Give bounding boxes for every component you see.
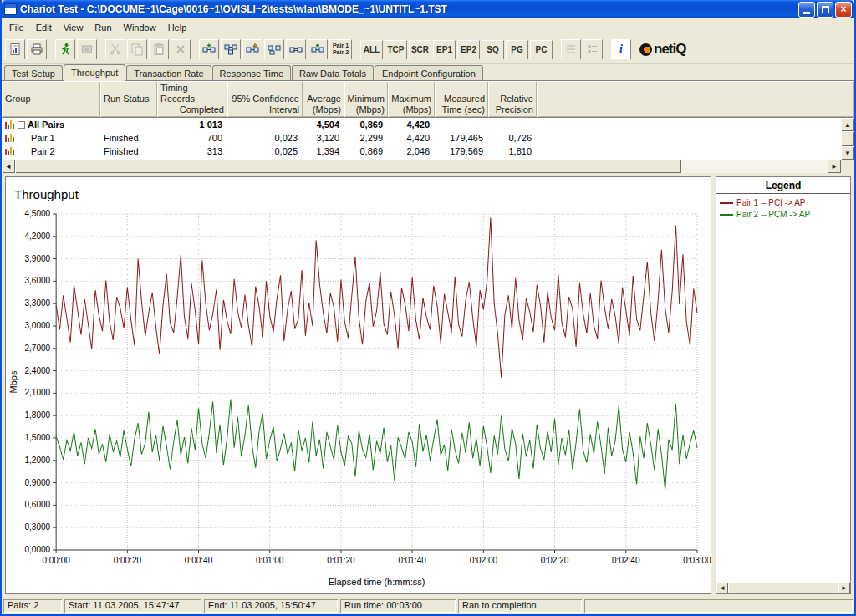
- table-vertical-scrollbar[interactable]: ▲ ▼: [841, 118, 854, 160]
- svg-text:1,8000: 1,8000: [24, 410, 50, 420]
- connect-endpoints-button[interactable]: [308, 39, 328, 59]
- duplicate-pair-icon: [268, 43, 281, 56]
- tab-bar: Test Setup Throughput Transaction Rate R…: [2, 64, 854, 81]
- legend-label: Pair 1 -- PCI -> AP: [736, 198, 806, 207]
- maximize-icon: [822, 6, 829, 13]
- stop-test-button[interactable]: [77, 39, 97, 59]
- list-view-icon: [564, 43, 578, 56]
- list-view-button[interactable]: [561, 39, 581, 59]
- menu-view[interactable]: View: [58, 20, 89, 35]
- svg-text:0:01:00: 0:01:00: [256, 556, 284, 565]
- scrollbar-thumb[interactable]: [15, 160, 681, 173]
- view-button-ep2[interactable]: EP2: [457, 40, 480, 59]
- run-test-button[interactable]: [55, 39, 75, 59]
- minimum-cell: 0,869: [344, 118, 388, 131]
- cut-icon: [109, 43, 122, 56]
- status-end-time: End: 11.03.2005, 15:50:47: [204, 599, 338, 613]
- scroll-left-icon[interactable]: ◄: [2, 160, 15, 173]
- throughput-chart: 0,00000,30000,60000,90001,20001,50001,80…: [6, 177, 711, 593]
- add-group-button[interactable]: [221, 39, 241, 59]
- edit-pair-button[interactable]: [242, 39, 262, 59]
- svg-text:3,9000: 3,9000: [24, 254, 50, 263]
- tab-raw-data-totals[interactable]: Raw Data Totals: [292, 65, 374, 80]
- report-button[interactable]: [5, 39, 25, 59]
- measured-time-cell: 179,465: [435, 131, 488, 145]
- run-status-cell: Finished: [100, 145, 157, 158]
- scrollbar-thumb[interactable]: [728, 582, 838, 593]
- svg-text:0,9000: 0,9000: [24, 478, 50, 487]
- tab-transaction-rate[interactable]: Transaction Rate: [126, 65, 211, 80]
- maximize-button[interactable]: [817, 2, 833, 18]
- table-horizontal-scrollbar[interactable]: ◄ ►: [2, 160, 854, 173]
- tab-throughput[interactable]: Throughput: [64, 64, 125, 81]
- copy-button[interactable]: [127, 39, 147, 59]
- netiq-logo-text: netiQ: [654, 41, 685, 58]
- scroll-right-icon[interactable]: ►: [828, 160, 841, 173]
- column-header-filler: [537, 81, 854, 117]
- paste-icon: [152, 43, 166, 56]
- view-button-tcp[interactable]: TCP: [385, 40, 407, 59]
- measured-time-cell: 179,569: [435, 145, 488, 158]
- scrollbar-thumb[interactable]: [841, 131, 854, 146]
- scroll-right-icon[interactable]: ►: [838, 582, 850, 593]
- column-header-confidence: 95% ConfidenceInterval: [227, 81, 303, 117]
- svg-text:0:02:20: 0:02:20: [541, 556, 569, 565]
- collapse-expander-icon[interactable]: −: [18, 121, 25, 129]
- print-button[interactable]: [27, 39, 47, 59]
- delete-icon: [174, 43, 187, 56]
- tab-response-time[interactable]: Response Time: [212, 65, 291, 80]
- scroll-up-icon[interactable]: ▲: [841, 118, 854, 131]
- svg-text:1,2000: 1,2000: [24, 456, 50, 465]
- cut-button[interactable]: [105, 39, 125, 59]
- pair-numbers-icon: Pair 1 Pair 2: [333, 43, 349, 56]
- svg-text:3,6000: 3,6000: [24, 276, 50, 285]
- tab-test-setup[interactable]: Test Setup: [4, 65, 63, 80]
- series-swatch: [720, 214, 733, 216]
- legend-item-pair-2[interactable]: Pair 2 -- PCM -> AP: [720, 210, 847, 219]
- legend-title: Legend: [716, 177, 850, 194]
- swap-endpoints-icon: [289, 43, 303, 56]
- view-button-all[interactable]: ALL: [360, 40, 383, 59]
- paste-button[interactable]: [149, 39, 169, 59]
- print-icon: [30, 43, 43, 56]
- view-button-ep1[interactable]: EP1: [433, 40, 456, 59]
- column-header-measured-time: MeasuredTime (sec): [435, 81, 488, 117]
- window-title: Chariot Test - C:\DOCUME~1\Cage\0016~1\O…: [20, 3, 797, 15]
- tab-endpoint-configuration[interactable]: Endpoint Configuration: [374, 65, 483, 80]
- minimize-button[interactable]: [798, 2, 815, 18]
- svg-text:2,7000: 2,7000: [24, 344, 50, 353]
- swap-endpoints-button[interactable]: [286, 39, 306, 59]
- report-icon: [8, 43, 22, 56]
- group-label: Pair 1: [31, 131, 55, 145]
- menu-file[interactable]: File: [3, 20, 30, 35]
- view-button-scr[interactable]: SCR: [409, 40, 431, 59]
- connect-endpoints-icon: [311, 43, 324, 56]
- menu-run[interactable]: Run: [89, 20, 117, 35]
- details-view-button[interactable]: [583, 39, 603, 59]
- view-button-sq[interactable]: SQ: [482, 40, 504, 59]
- pair-numbers-button[interactable]: Pair 1 Pair 2: [329, 39, 352, 59]
- menu-help[interactable]: Help: [162, 20, 193, 35]
- view-button-pc[interactable]: PC: [530, 40, 553, 59]
- menu-edit[interactable]: Edit: [30, 20, 58, 35]
- legend-horizontal-scrollbar[interactable]: ◄ ►: [716, 582, 850, 593]
- minimum-cell: 0,869: [344, 145, 388, 158]
- average-cell: 1,394: [303, 145, 344, 158]
- legend-item-pair-1[interactable]: Pair 1 -- PCI -> AP: [720, 198, 847, 207]
- view-button-pg[interactable]: PG: [506, 40, 528, 59]
- close-button[interactable]: ×: [835, 2, 852, 18]
- scroll-left-icon[interactable]: ◄: [716, 582, 728, 593]
- title-bar[interactable]: Chariot Test - C:\DOCUME~1\Cage\0016~1\O…: [2, 0, 854, 18]
- table-row-all-pairs[interactable]: − All Pairs 1 013 4,504 0,869 4,420: [2, 118, 854, 131]
- duplicate-pair-button[interactable]: [264, 39, 284, 59]
- table-row-pair-2[interactable]: Pair 2 Finished 313 0,025 1,394 0,869 2,…: [2, 145, 854, 158]
- add-pair-button[interactable]: [199, 39, 219, 59]
- delete-button[interactable]: [171, 39, 191, 59]
- svg-text:4,2000: 4,2000: [24, 232, 50, 241]
- svg-text:0:01:40: 0:01:40: [398, 556, 426, 565]
- info-button[interactable]: i: [611, 39, 631, 59]
- scroll-down-icon[interactable]: ▼: [841, 146, 854, 160]
- table-row-pair-1[interactable]: Pair 1 Finished 700 0,023 3,120 2,299 4,…: [2, 131, 854, 145]
- column-header-average: Average(Mbps): [303, 81, 344, 117]
- menu-window[interactable]: Window: [118, 20, 162, 35]
